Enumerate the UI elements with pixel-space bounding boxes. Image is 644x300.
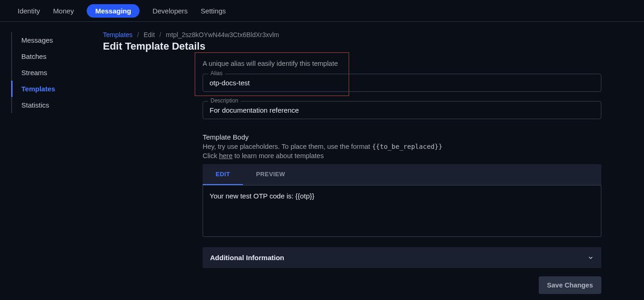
alias-input[interactable]: [203, 74, 601, 92]
top-nav: Identity Money Messaging Developers Sett…: [0, 0, 644, 22]
additional-info-accordion[interactable]: Additional Information: [203, 247, 601, 268]
body-tabs: EDIT PREVIEW: [203, 164, 601, 185]
description-label: Description: [208, 97, 241, 104]
sidebar-item-messages[interactable]: Messages: [12, 32, 103, 48]
page-title: Edit Template Details: [103, 40, 644, 52]
breadcrumb: Templates / Edit / mtpl_2sz8kOYwN44w3Ctx…: [103, 31, 644, 39]
nav-settings[interactable]: Settings: [201, 4, 226, 18]
description-input[interactable]: [203, 101, 601, 119]
alias-label: Alias: [208, 70, 225, 77]
breadcrumb-sep: /: [137, 31, 139, 38]
breadcrumb-action: Edit: [144, 31, 155, 38]
sidebar-item-statistics[interactable]: Statistics: [12, 97, 103, 113]
nav-identity[interactable]: Identity: [18, 4, 40, 18]
learn-more-link[interactable]: here: [219, 152, 232, 160]
tab-edit[interactable]: EDIT: [203, 164, 243, 185]
breadcrumb-id: mtpl_2sz8kOYwN44w3Ctx6BldXr3xvlm: [166, 31, 279, 38]
alias-hint: A unique alias will easily identify this…: [203, 60, 338, 67]
sidebar-item-batches[interactable]: Batches: [12, 48, 103, 64]
nav-developers[interactable]: Developers: [153, 4, 188, 18]
chevron-down-icon: [587, 255, 594, 261]
template-body-editor[interactable]: Your new test OTP code is: {{otp}}: [203, 185, 601, 237]
sidebar-item-templates[interactable]: Templates: [11, 81, 103, 97]
save-changes-button[interactable]: Save Changes: [539, 276, 601, 294]
sidebar-item-streams[interactable]: Streams: [12, 64, 103, 81]
breadcrumb-root[interactable]: Templates: [103, 31, 133, 38]
tab-preview[interactable]: PREVIEW: [243, 164, 298, 185]
nav-money[interactable]: Money: [53, 4, 74, 18]
template-body-learn: Click here to learn more about templates: [203, 152, 601, 160]
nav-messaging[interactable]: Messaging: [87, 4, 140, 18]
sidebar: Messages Batches Streams Templates Stati…: [0, 22, 103, 300]
template-body-hint: Hey, try use placeholders. To place them…: [203, 143, 601, 150]
template-body-title: Template Body: [203, 133, 601, 141]
additional-info-title: Additional Information: [210, 254, 284, 262]
breadcrumb-sep: /: [159, 31, 161, 38]
